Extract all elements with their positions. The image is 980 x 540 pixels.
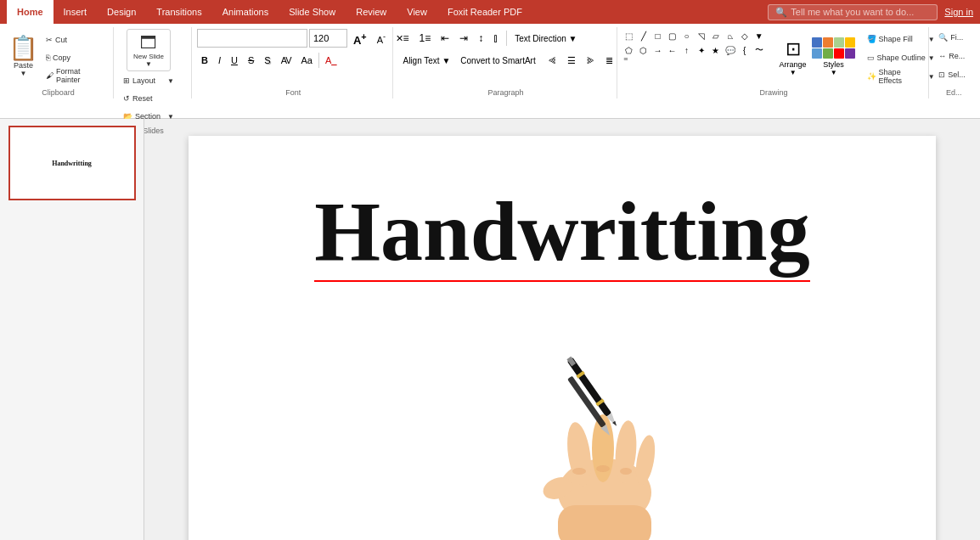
wrist xyxy=(558,505,651,540)
shape-effects-button[interactable]: ✨ Shape Effects ▼ xyxy=(863,68,939,85)
shape-fill-button[interactable]: 🪣 Shape Fill ▼ xyxy=(863,31,939,48)
shape-trap[interactable]: ⏢ xyxy=(724,29,737,42)
align-text-button[interactable]: Align Text ▼ xyxy=(398,51,454,70)
cut-icon: ✂ xyxy=(46,36,53,44)
tab-home[interactable]: Home xyxy=(7,0,54,24)
reset-icon: ↺ xyxy=(123,94,130,103)
shape-fill-icon: 🪣 xyxy=(867,35,876,43)
shape-bracket[interactable]: { xyxy=(738,43,752,57)
sign-in-link[interactable]: Sign in xyxy=(944,7,973,17)
new-slide-button[interactable]: 🗖 New Slide ▼ xyxy=(127,29,171,71)
italic-button[interactable]: I xyxy=(214,51,225,70)
divider xyxy=(318,53,319,68)
decrease-font-button[interactable]: A- xyxy=(373,29,390,48)
tab-transitions[interactable]: Transitions xyxy=(146,0,211,24)
shape-rect[interactable]: □ xyxy=(651,29,665,42)
search-input[interactable] xyxy=(791,7,930,17)
reset-button[interactable]: ↺ Reset xyxy=(119,90,178,107)
tab-insert[interactable]: Insert xyxy=(54,0,98,24)
editing-group: 🔍 Fi... ↔ Re... ⊡ Sel... Ed... xyxy=(931,27,977,98)
paste-label: Paste xyxy=(14,61,33,70)
increase-indent-button[interactable]: ⇥ xyxy=(455,29,472,48)
shape-outline-button[interactable]: ▭ Shape Outline ▼ xyxy=(863,49,939,66)
slide-thumbnail-1[interactable]: Handwritting xyxy=(8,126,136,200)
clipboard-small-buttons: ✂ Cut ⎘ Copy 🖌 Format Painter xyxy=(42,29,110,87)
select-button[interactable]: ⊡ Sel... xyxy=(934,66,977,83)
hand-svg xyxy=(477,323,732,540)
numbering-button[interactable]: 1≡ xyxy=(414,29,435,48)
replace-icon: ↔ xyxy=(938,52,946,60)
columns-button[interactable]: ⫿ xyxy=(489,29,503,48)
align-left-button[interactable]: ⫷ xyxy=(544,51,561,70)
bold-button[interactable]: B xyxy=(197,51,212,70)
font-color-button[interactable]: A_ xyxy=(321,51,341,70)
hand-illustration xyxy=(477,323,732,540)
tab-slideshow[interactable]: Slide Show xyxy=(279,0,346,24)
decrease-indent-button[interactable]: ⇤ xyxy=(436,29,453,48)
paragraph-group: ≡ 1≡ ⇤ ⇥ ↕ ⫿ Text Direction ▼ Align Text… xyxy=(395,27,617,98)
shapes-more[interactable]: ▼ xyxy=(752,29,766,42)
shape-arrow-u[interactable]: ↑ xyxy=(680,43,694,57)
knuckle-1 xyxy=(572,468,586,475)
shape-parallelogram[interactable]: ▱ xyxy=(709,29,723,42)
slide-canvas[interactable]: Handwritting xyxy=(189,136,936,540)
tab-foxit[interactable]: Foxit Reader PDF xyxy=(437,0,532,24)
increase-font-button[interactable]: A+ xyxy=(349,29,371,48)
thumb-title: Handwritting xyxy=(52,160,92,167)
styles-dropdown: ▼ xyxy=(831,69,837,76)
font-group: A+ A- ✕ B I U S S AV Aa A_ Font xyxy=(194,27,394,98)
menu-tabs: Home Insert Design Transitions Animation… xyxy=(7,0,532,24)
font-name-input[interactable] xyxy=(197,29,307,48)
convert-smartart-button[interactable]: Convert to SmartArt xyxy=(456,51,539,70)
tab-review[interactable]: Review xyxy=(346,0,397,24)
justify-button[interactable]: ≣ xyxy=(601,51,617,70)
editing-buttons: 🔍 Fi... ↔ Re... ⊡ Sel... xyxy=(934,29,973,87)
shape-star4[interactable]: ✦ xyxy=(695,43,708,57)
shape-star5[interactable]: ★ xyxy=(709,43,723,57)
knuckle-2 xyxy=(596,465,610,472)
arrange-button[interactable]: ⊡ Arrange ▼ xyxy=(776,29,810,85)
strikethrough-button[interactable]: S xyxy=(244,51,258,70)
shape-line[interactable]: ╱ xyxy=(637,29,651,42)
spacing-button[interactable]: AV xyxy=(277,51,296,70)
tab-design[interactable]: Design xyxy=(97,0,146,24)
text-direction-button[interactable]: Text Direction ▼ xyxy=(510,29,581,48)
shape-format-buttons: 🪣 Shape Fill ▼ ▭ Shape Outline ▼ ✨ Shape… xyxy=(863,29,939,87)
shape-arrow-r[interactable]: → xyxy=(651,43,665,57)
shapes-grid: ⬚ ╱ □ ▢ ○ ◹ ▱ ⏢ ◇ ▼ ⬠ ⬡ → ← ↑ xyxy=(622,29,766,57)
format-painter-button[interactable]: 🖌 Format Painter xyxy=(42,67,110,84)
align-center-button[interactable]: ☰ xyxy=(563,51,580,70)
find-button[interactable]: 🔍 Fi... xyxy=(934,29,977,46)
pen-group xyxy=(566,356,620,429)
shape-oval[interactable]: ○ xyxy=(680,29,694,42)
shape-wave[interactable]: 〜 xyxy=(752,43,766,57)
shape-callout[interactable]: 💬 xyxy=(724,43,737,57)
search-box[interactable]: 🔍 xyxy=(768,4,938,20)
align-right-button[interactable]: ⫸ xyxy=(582,51,600,70)
shape-select[interactable]: ⬚ xyxy=(622,29,636,42)
slide-title-text: Handwritting xyxy=(314,184,809,282)
bullets-button[interactable]: ≡ xyxy=(398,29,413,48)
text-shadow-button[interactable]: S xyxy=(260,51,274,70)
tab-animations[interactable]: Animations xyxy=(212,0,279,24)
shape-arrow-l[interactable]: ← xyxy=(666,43,679,57)
shape-hex[interactable]: ⬡ xyxy=(637,43,651,57)
underline-button[interactable]: U xyxy=(227,51,242,70)
shape-round-rect[interactable]: ▢ xyxy=(666,29,679,42)
shape-pent[interactable]: ⬠ xyxy=(622,43,636,57)
layout-button[interactable]: ⊞ Layout ▼ xyxy=(119,72,178,89)
font-size-input[interactable] xyxy=(309,29,347,48)
shape-right-tri[interactable]: ◹ xyxy=(695,29,708,42)
shape-diamond[interactable]: ◇ xyxy=(738,29,752,42)
slide-panel: Handwritting xyxy=(0,119,144,540)
para-row-2: Align Text ▼ Convert to SmartArt ⫷ ☰ ⫸ ≣… xyxy=(398,51,612,70)
tab-view[interactable]: View xyxy=(397,0,437,24)
layout-dropdown: ▼ xyxy=(167,77,174,85)
paste-button[interactable]: 📋 Paste ▼ xyxy=(7,29,40,85)
copy-button[interactable]: ⎘ Copy xyxy=(42,49,110,66)
replace-button[interactable]: ↔ Re... xyxy=(934,48,977,65)
line-spacing-button[interactable]: ↕ xyxy=(474,29,487,48)
case-button[interactable]: Aa xyxy=(296,51,316,70)
quick-styles-button[interactable]: Styles ▼ xyxy=(812,29,856,85)
cut-button[interactable]: ✂ Cut xyxy=(42,31,110,48)
